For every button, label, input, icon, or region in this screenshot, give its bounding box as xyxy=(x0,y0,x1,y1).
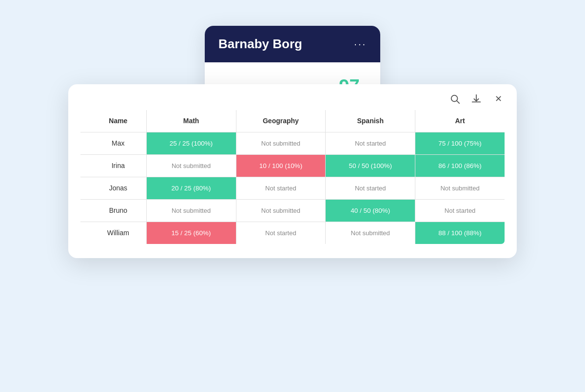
cell-name-3: Bruno xyxy=(80,199,147,222)
table-row: William15 / 25 (60%)Not startedNot submi… xyxy=(80,222,505,244)
cell-spanish-1: 50 / 50 (100%) xyxy=(326,154,415,177)
download-button[interactable] xyxy=(470,93,483,105)
table-row: IrinaNot submitted10 / 100 (10%)50 / 50 … xyxy=(80,154,505,177)
svg-line-1 xyxy=(457,101,459,103)
cell-math-3: Not submitted xyxy=(146,199,236,222)
cell-spanish-2: Not started xyxy=(326,177,415,199)
cell-math-4: 15 / 25 (60%) xyxy=(146,222,236,244)
table-row: Max25 / 25 (100%)Not submittedNot starte… xyxy=(80,132,505,154)
cell-geography-1: 10 / 100 (10%) xyxy=(236,154,326,177)
header-geography: Geography xyxy=(236,110,326,132)
student-name: Barnaby Borg xyxy=(218,37,302,52)
cell-math-2: 20 / 25 (80%) xyxy=(146,177,236,199)
cell-math-1: Not submitted xyxy=(146,154,236,177)
cell-name-4: William xyxy=(80,222,147,244)
cell-geography-4: Not started xyxy=(236,222,326,244)
cell-geography-2: Not started xyxy=(236,177,326,199)
cell-name-2: Jonas xyxy=(80,177,147,199)
card-toolbar: ✕ xyxy=(68,84,517,110)
cell-art-4: 88 / 100 (88%) xyxy=(415,222,505,244)
cell-spanish-4: Not submitted xyxy=(326,222,415,244)
header-art: Art xyxy=(415,110,505,132)
cell-spanish-0: Not started xyxy=(326,132,415,154)
more-options-icon[interactable]: ··· xyxy=(354,38,367,50)
table-row: BrunoNot submittedNot submitted40 / 50 (… xyxy=(80,199,505,222)
scene: Barnaby Borg ··· Math 97 % Geography 81 … xyxy=(68,26,517,367)
cell-geography-3: Not submitted xyxy=(236,199,326,222)
search-button[interactable] xyxy=(448,93,461,105)
cell-spanish-3: 40 / 50 (80%) xyxy=(326,199,415,222)
cell-art-3: Not started xyxy=(415,199,505,222)
cell-name-1: Irina xyxy=(80,154,147,177)
cell-name-0: Max xyxy=(80,132,147,154)
header-math: Math xyxy=(146,110,236,132)
close-button[interactable]: ✕ xyxy=(491,92,505,106)
cell-art-2: Not submitted xyxy=(415,177,505,199)
header-spanish: Spanish xyxy=(326,110,415,132)
bg-card-header: Barnaby Borg ··· xyxy=(205,26,380,62)
table-row: Jonas20 / 25 (80%)Not startedNot started… xyxy=(80,177,505,199)
grade-table: Name Math Geography Spanish Art Max25 / … xyxy=(80,110,505,244)
main-table-card: ✕ Name Math Geography Spanish Art Max25 … xyxy=(68,84,517,258)
cell-art-0: 75 / 100 (75%) xyxy=(415,132,505,154)
cell-art-1: 86 / 100 (86%) xyxy=(415,154,505,177)
header-name: Name xyxy=(80,110,147,132)
table-header-row: Name Math Geography Spanish Art xyxy=(80,110,505,132)
cell-math-0: 25 / 25 (100%) xyxy=(146,132,236,154)
cell-geography-0: Not submitted xyxy=(236,132,326,154)
